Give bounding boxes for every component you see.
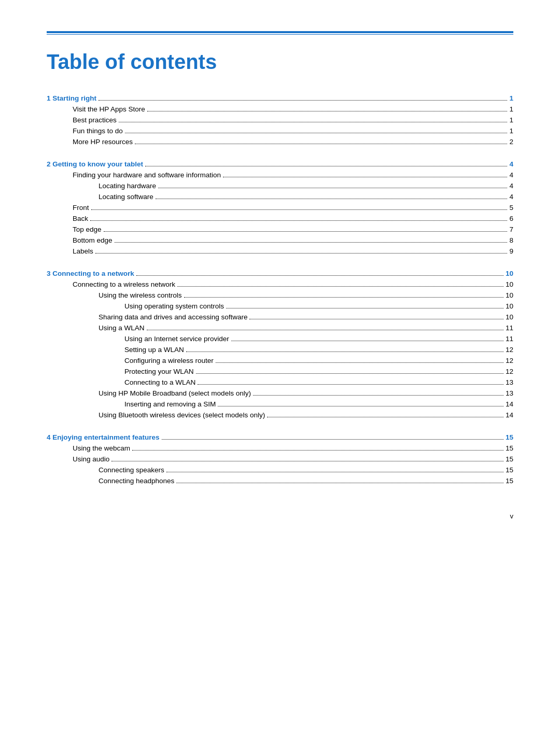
toc-entry[interactable]: Connecting to a wireless network10 <box>47 280 513 288</box>
toc-entry[interactable]: Configuring a wireless router12 <box>47 357 513 364</box>
entry-dots <box>177 286 503 287</box>
section-header-text: 3 Connecting to a network <box>47 270 134 277</box>
entry-dots <box>166 472 503 472</box>
toc-entry[interactable]: Using HP Mobile Broadband (select models… <box>47 389 513 397</box>
toc-entry[interactable]: Back6 <box>47 215 513 222</box>
entry-text: Setting up a WLAN <box>124 346 184 354</box>
toc-entry[interactable]: Bottom edge8 <box>47 236 513 244</box>
entry-dots <box>184 297 503 298</box>
entry-dots <box>218 406 503 406</box>
toc-entry[interactable]: Locating hardware4 <box>47 182 513 190</box>
toc-entry[interactable]: Front5 <box>47 204 513 212</box>
entry-dots <box>125 133 508 133</box>
toc-entry[interactable]: Using an Internet service provider11 <box>47 335 513 343</box>
page-title: Table of contents <box>47 50 513 74</box>
toc-section-header-section3[interactable]: 3 Connecting to a network10 <box>47 270 513 277</box>
page-footer: v <box>510 512 514 520</box>
toc-entry[interactable]: Connecting speakers15 <box>47 466 513 474</box>
entry-text: Bottom edge <box>73 236 113 244</box>
section-header-page: 15 <box>506 433 513 441</box>
entry-page-num: 4 <box>509 171 513 179</box>
entry-page-num: 12 <box>506 368 513 375</box>
toc-section-header-section1[interactable]: 1 Starting right1 <box>47 94 513 102</box>
toc-section-header-section2[interactable]: 2 Getting to know your tablet4 <box>47 160 513 168</box>
entry-text: Connecting to a wireless network <box>73 280 175 288</box>
section-header-page: 4 <box>509 160 513 168</box>
toc-entry[interactable]: Using a WLAN11 <box>47 324 513 332</box>
entry-dots <box>196 373 503 374</box>
toc-entry[interactable]: Labels9 <box>47 247 513 255</box>
entry-text: Using the webcam <box>73 444 130 452</box>
entry-page-num: 13 <box>506 389 513 397</box>
toc-entry[interactable]: Sharing data and drives and accessing so… <box>47 313 513 321</box>
toc-entry[interactable]: Locating software4 <box>47 193 513 201</box>
entry-page-num: 15 <box>506 444 513 452</box>
toc-entry[interactable]: Using Bluetooth wireless devices (select… <box>47 411 513 419</box>
toc-entry[interactable]: Best practices1 <box>47 116 513 124</box>
entry-page-num: 15 <box>506 477 513 485</box>
entry-text: More HP resources <box>73 138 133 146</box>
entry-page-num: 6 <box>509 215 513 222</box>
entry-page-num: 10 <box>506 280 513 288</box>
entry-text: Front <box>73 204 89 212</box>
entry-dots <box>223 177 508 177</box>
entry-dots <box>186 352 503 352</box>
toc-entry[interactable]: Protecting your WLAN12 <box>47 368 513 375</box>
section-header-dots <box>136 275 503 276</box>
entry-page-num: 14 <box>506 400 513 408</box>
section-header-page: 1 <box>509 94 513 102</box>
entry-page-num: 7 <box>509 226 513 233</box>
entry-page-num: 12 <box>506 357 513 364</box>
toc-section-section3: 3 Connecting to a network10Connecting to… <box>47 270 513 419</box>
entry-page-num: 10 <box>506 291 513 299</box>
toc-entry[interactable]: Top edge7 <box>47 226 513 233</box>
section-header-page: 10 <box>506 270 513 277</box>
entry-dots <box>267 417 503 417</box>
entry-dots <box>90 220 507 221</box>
toc-section-section4: 4 Enjoying entertainment features15Using… <box>47 433 513 485</box>
entry-page-num: 1 <box>509 127 513 135</box>
toc-entry[interactable]: Using operating system controls10 <box>47 302 513 310</box>
entry-dots <box>249 319 503 319</box>
section-header-dots <box>162 439 503 440</box>
entry-text: Using audio <box>73 455 109 463</box>
entry-dots <box>253 395 503 396</box>
toc-entry[interactable]: More HP resources2 <box>47 138 513 146</box>
entry-page-num: 9 <box>509 247 513 255</box>
toc-entry[interactable]: Setting up a WLAN12 <box>47 346 513 354</box>
entry-page-num: 4 <box>509 182 513 190</box>
entry-page-num: 15 <box>506 455 513 463</box>
entry-dots <box>156 199 508 199</box>
entry-dots <box>216 362 503 363</box>
section-header-dots <box>99 100 507 101</box>
entry-text: Using the wireless controls <box>99 291 182 299</box>
entry-page-num: 14 <box>506 411 513 419</box>
entry-text: Using operating system controls <box>124 302 224 310</box>
toc-section-header-section4[interactable]: 4 Enjoying entertainment features15 <box>47 433 513 441</box>
toc-entry[interactable]: Inserting and removing a SIM14 <box>47 400 513 408</box>
section-header-text: 4 Enjoying entertainment features <box>47 433 160 441</box>
entry-dots <box>147 330 503 330</box>
page-container: Table of contents 1 Starting right1Visit… <box>0 0 560 541</box>
toc-entry[interactable]: Connecting to a WLAN13 <box>47 378 513 386</box>
entry-text: Connecting to a WLAN <box>124 378 195 386</box>
entry-dots <box>132 450 503 451</box>
entry-page-num: 5 <box>509 204 513 212</box>
entry-dots <box>176 483 503 483</box>
entry-page-num: 13 <box>506 378 513 386</box>
entry-dots <box>91 209 508 210</box>
entry-text: Using a WLAN <box>99 324 145 332</box>
toc-entry[interactable]: Finding your hardware and software infor… <box>47 171 513 179</box>
toc-entry[interactable]: Using the wireless controls10 <box>47 291 513 299</box>
entry-page-num: 4 <box>509 193 513 201</box>
toc-entry[interactable]: Using audio15 <box>47 455 513 463</box>
toc-section-section1: 1 Starting right1Visit the HP Apps Store… <box>47 94 513 146</box>
top-border-thick <box>47 31 513 33</box>
toc-entry[interactable]: Fun things to do1 <box>47 127 513 135</box>
entry-dots <box>104 231 508 232</box>
entry-page-num: 1 <box>509 116 513 124</box>
toc-entry[interactable]: Using the webcam15 <box>47 444 513 452</box>
toc-entry[interactable]: Connecting headphones15 <box>47 477 513 485</box>
toc-entry[interactable]: Visit the HP Apps Store1 <box>47 105 513 113</box>
entry-page-num: 8 <box>509 236 513 244</box>
